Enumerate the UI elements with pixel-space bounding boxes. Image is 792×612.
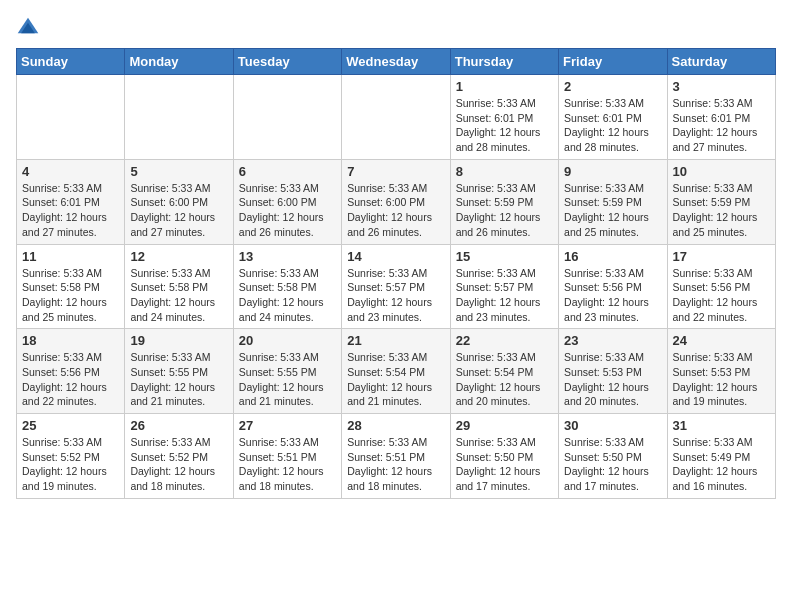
calendar-cell [342, 75, 450, 160]
calendar-cell: 24Sunrise: 5:33 AM Sunset: 5:53 PM Dayli… [667, 329, 775, 414]
calendar-cell: 15Sunrise: 5:33 AM Sunset: 5:57 PM Dayli… [450, 244, 558, 329]
weekday-header-thursday: Thursday [450, 49, 558, 75]
day-info: Sunrise: 5:33 AM Sunset: 5:55 PM Dayligh… [239, 350, 336, 409]
day-info: Sunrise: 5:33 AM Sunset: 6:01 PM Dayligh… [456, 96, 553, 155]
day-number: 8 [456, 164, 553, 179]
calendar-cell: 23Sunrise: 5:33 AM Sunset: 5:53 PM Dayli… [559, 329, 667, 414]
calendar-cell: 5Sunrise: 5:33 AM Sunset: 6:00 PM Daylig… [125, 159, 233, 244]
weekday-header-monday: Monday [125, 49, 233, 75]
day-info: Sunrise: 5:33 AM Sunset: 5:52 PM Dayligh… [130, 435, 227, 494]
calendar-table: SundayMondayTuesdayWednesdayThursdayFrid… [16, 48, 776, 499]
calendar-cell: 4Sunrise: 5:33 AM Sunset: 6:01 PM Daylig… [17, 159, 125, 244]
week-row-3: 11Sunrise: 5:33 AM Sunset: 5:58 PM Dayli… [17, 244, 776, 329]
calendar-cell: 3Sunrise: 5:33 AM Sunset: 6:01 PM Daylig… [667, 75, 775, 160]
day-info: Sunrise: 5:33 AM Sunset: 6:01 PM Dayligh… [673, 96, 770, 155]
day-info: Sunrise: 5:33 AM Sunset: 5:58 PM Dayligh… [130, 266, 227, 325]
day-number: 30 [564, 418, 661, 433]
calendar-cell: 29Sunrise: 5:33 AM Sunset: 5:50 PM Dayli… [450, 414, 558, 499]
day-number: 2 [564, 79, 661, 94]
week-row-2: 4Sunrise: 5:33 AM Sunset: 6:01 PM Daylig… [17, 159, 776, 244]
day-info: Sunrise: 5:33 AM Sunset: 5:58 PM Dayligh… [22, 266, 119, 325]
day-info: Sunrise: 5:33 AM Sunset: 5:59 PM Dayligh… [673, 181, 770, 240]
calendar-cell: 12Sunrise: 5:33 AM Sunset: 5:58 PM Dayli… [125, 244, 233, 329]
day-number: 15 [456, 249, 553, 264]
day-info: Sunrise: 5:33 AM Sunset: 5:58 PM Dayligh… [239, 266, 336, 325]
calendar-cell: 11Sunrise: 5:33 AM Sunset: 5:58 PM Dayli… [17, 244, 125, 329]
calendar-cell: 7Sunrise: 5:33 AM Sunset: 6:00 PM Daylig… [342, 159, 450, 244]
day-number: 23 [564, 333, 661, 348]
calendar-cell: 1Sunrise: 5:33 AM Sunset: 6:01 PM Daylig… [450, 75, 558, 160]
calendar-cell: 18Sunrise: 5:33 AM Sunset: 5:56 PM Dayli… [17, 329, 125, 414]
calendar-cell: 28Sunrise: 5:33 AM Sunset: 5:51 PM Dayli… [342, 414, 450, 499]
day-number: 3 [673, 79, 770, 94]
calendar-cell: 14Sunrise: 5:33 AM Sunset: 5:57 PM Dayli… [342, 244, 450, 329]
day-info: Sunrise: 5:33 AM Sunset: 5:50 PM Dayligh… [456, 435, 553, 494]
weekday-header-friday: Friday [559, 49, 667, 75]
page-header [16, 16, 776, 40]
calendar-cell: 2Sunrise: 5:33 AM Sunset: 6:01 PM Daylig… [559, 75, 667, 160]
day-info: Sunrise: 5:33 AM Sunset: 6:00 PM Dayligh… [239, 181, 336, 240]
day-number: 9 [564, 164, 661, 179]
calendar-cell [125, 75, 233, 160]
day-number: 27 [239, 418, 336, 433]
calendar-cell [17, 75, 125, 160]
day-info: Sunrise: 5:33 AM Sunset: 6:00 PM Dayligh… [130, 181, 227, 240]
day-info: Sunrise: 5:33 AM Sunset: 5:52 PM Dayligh… [22, 435, 119, 494]
day-number: 19 [130, 333, 227, 348]
logo-icon [16, 16, 40, 40]
day-info: Sunrise: 5:33 AM Sunset: 5:56 PM Dayligh… [564, 266, 661, 325]
day-number: 13 [239, 249, 336, 264]
calendar-cell: 8Sunrise: 5:33 AM Sunset: 5:59 PM Daylig… [450, 159, 558, 244]
day-info: Sunrise: 5:33 AM Sunset: 5:55 PM Dayligh… [130, 350, 227, 409]
calendar-cell: 9Sunrise: 5:33 AM Sunset: 5:59 PM Daylig… [559, 159, 667, 244]
weekday-header-tuesday: Tuesday [233, 49, 341, 75]
day-info: Sunrise: 5:33 AM Sunset: 5:49 PM Dayligh… [673, 435, 770, 494]
week-row-5: 25Sunrise: 5:33 AM Sunset: 5:52 PM Dayli… [17, 414, 776, 499]
day-number: 25 [22, 418, 119, 433]
calendar-cell: 26Sunrise: 5:33 AM Sunset: 5:52 PM Dayli… [125, 414, 233, 499]
day-info: Sunrise: 5:33 AM Sunset: 5:53 PM Dayligh… [564, 350, 661, 409]
calendar-cell: 19Sunrise: 5:33 AM Sunset: 5:55 PM Dayli… [125, 329, 233, 414]
day-number: 31 [673, 418, 770, 433]
day-number: 26 [130, 418, 227, 433]
day-number: 6 [239, 164, 336, 179]
day-number: 14 [347, 249, 444, 264]
calendar-cell: 21Sunrise: 5:33 AM Sunset: 5:54 PM Dayli… [342, 329, 450, 414]
calendar-cell: 22Sunrise: 5:33 AM Sunset: 5:54 PM Dayli… [450, 329, 558, 414]
day-info: Sunrise: 5:33 AM Sunset: 5:56 PM Dayligh… [673, 266, 770, 325]
calendar-cell: 31Sunrise: 5:33 AM Sunset: 5:49 PM Dayli… [667, 414, 775, 499]
day-info: Sunrise: 5:33 AM Sunset: 5:53 PM Dayligh… [673, 350, 770, 409]
day-info: Sunrise: 5:33 AM Sunset: 5:51 PM Dayligh… [239, 435, 336, 494]
day-info: Sunrise: 5:33 AM Sunset: 5:56 PM Dayligh… [22, 350, 119, 409]
calendar-cell: 25Sunrise: 5:33 AM Sunset: 5:52 PM Dayli… [17, 414, 125, 499]
day-info: Sunrise: 5:33 AM Sunset: 6:01 PM Dayligh… [22, 181, 119, 240]
calendar-cell: 17Sunrise: 5:33 AM Sunset: 5:56 PM Dayli… [667, 244, 775, 329]
day-number: 1 [456, 79, 553, 94]
day-info: Sunrise: 5:33 AM Sunset: 5:54 PM Dayligh… [456, 350, 553, 409]
calendar-cell: 13Sunrise: 5:33 AM Sunset: 5:58 PM Dayli… [233, 244, 341, 329]
day-number: 5 [130, 164, 227, 179]
calendar-cell: 6Sunrise: 5:33 AM Sunset: 6:00 PM Daylig… [233, 159, 341, 244]
weekday-header-saturday: Saturday [667, 49, 775, 75]
weekday-header-wednesday: Wednesday [342, 49, 450, 75]
day-number: 24 [673, 333, 770, 348]
day-number: 20 [239, 333, 336, 348]
weekday-header-row: SundayMondayTuesdayWednesdayThursdayFrid… [17, 49, 776, 75]
day-info: Sunrise: 5:33 AM Sunset: 5:57 PM Dayligh… [456, 266, 553, 325]
day-number: 12 [130, 249, 227, 264]
day-number: 4 [22, 164, 119, 179]
day-info: Sunrise: 5:33 AM Sunset: 5:51 PM Dayligh… [347, 435, 444, 494]
day-info: Sunrise: 5:33 AM Sunset: 6:01 PM Dayligh… [564, 96, 661, 155]
calendar-cell: 16Sunrise: 5:33 AM Sunset: 5:56 PM Dayli… [559, 244, 667, 329]
day-info: Sunrise: 5:33 AM Sunset: 5:59 PM Dayligh… [564, 181, 661, 240]
day-info: Sunrise: 5:33 AM Sunset: 5:54 PM Dayligh… [347, 350, 444, 409]
calendar-cell: 30Sunrise: 5:33 AM Sunset: 5:50 PM Dayli… [559, 414, 667, 499]
calendar-cell: 10Sunrise: 5:33 AM Sunset: 5:59 PM Dayli… [667, 159, 775, 244]
day-info: Sunrise: 5:33 AM Sunset: 6:00 PM Dayligh… [347, 181, 444, 240]
day-number: 22 [456, 333, 553, 348]
day-number: 29 [456, 418, 553, 433]
day-number: 17 [673, 249, 770, 264]
day-number: 16 [564, 249, 661, 264]
calendar-cell: 27Sunrise: 5:33 AM Sunset: 5:51 PM Dayli… [233, 414, 341, 499]
weekday-header-sunday: Sunday [17, 49, 125, 75]
